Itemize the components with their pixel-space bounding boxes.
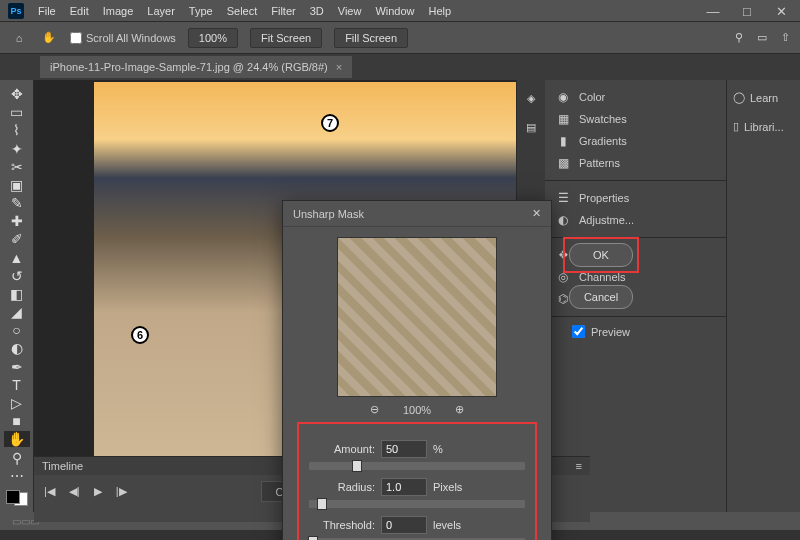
type-tool-icon[interactable]: T xyxy=(4,377,30,393)
filter-preview[interactable] xyxy=(337,237,497,397)
dialog-close-icon[interactable]: ✕ xyxy=(532,207,541,220)
menu-help[interactable]: Help xyxy=(429,5,452,17)
threshold-label: Threshold: xyxy=(309,519,375,531)
home-icon[interactable]: ⌂ xyxy=(10,29,28,47)
radius-label: Radius: xyxy=(309,481,375,493)
panel-color[interactable]: ◉Color xyxy=(545,86,726,108)
radius-slider[interactable] xyxy=(309,500,525,508)
panel-patterns[interactable]: ▩Patterns xyxy=(545,152,726,174)
menu-filter[interactable]: Filter xyxy=(271,5,295,17)
strip-icon[interactable]: ◈ xyxy=(527,92,535,105)
eraser-tool-icon[interactable]: ◧ xyxy=(4,286,30,302)
maximize-icon[interactable]: □ xyxy=(732,3,762,19)
patterns-icon: ▩ xyxy=(555,156,571,170)
brush-tool-icon[interactable]: ✐ xyxy=(4,231,30,247)
shape-tool-icon[interactable]: ■ xyxy=(4,413,30,429)
fill-screen-button[interactable]: Fill Screen xyxy=(334,28,408,48)
panel-gradients[interactable]: ▮Gradients xyxy=(545,130,726,152)
ok-button[interactable]: OK xyxy=(569,243,633,267)
libraries-icon: ▯ xyxy=(733,120,739,133)
swatches-icon: ▦ xyxy=(555,112,571,126)
search-icon[interactable]: ⚲ xyxy=(735,31,743,44)
strip-icon[interactable]: ▤ xyxy=(526,121,536,134)
callout-badge-7: 7 xyxy=(321,114,339,132)
timeline-title: Timeline xyxy=(42,460,83,472)
panel-libraries[interactable]: ▯Librari... xyxy=(731,117,796,136)
close-icon[interactable]: ✕ xyxy=(766,3,796,19)
amount-input[interactable] xyxy=(381,440,427,458)
zoom-level: 100% xyxy=(403,404,431,416)
document-tab-bar: iPhone-11-Pro-Image-Sample-71.jpg @ 24.4… xyxy=(0,54,800,80)
panel-properties[interactable]: ☰Properties xyxy=(545,187,726,209)
fit-screen-button[interactable]: Fit Screen xyxy=(250,28,322,48)
crop-tool-icon[interactable]: ✂ xyxy=(4,159,30,175)
panel-swatches[interactable]: ▦Swatches xyxy=(545,108,726,130)
color-swatches[interactable] xyxy=(6,490,28,506)
menu-3d[interactable]: 3D xyxy=(310,5,324,17)
menu-view[interactable]: View xyxy=(338,5,362,17)
color-icon: ◉ xyxy=(555,90,571,104)
left-toolbar: ✥ ▭ ⌇ ✦ ✂ ▣ ✎ ✚ ✐ ▲ ↺ ◧ ◢ ○ ◐ ✒ T ▷ ■ ✋ … xyxy=(0,80,34,512)
properties-icon: ☰ xyxy=(555,191,571,205)
menu-edit[interactable]: Edit xyxy=(70,5,89,17)
minimize-icon[interactable]: — xyxy=(698,3,728,19)
dodge-tool-icon[interactable]: ◐ xyxy=(4,340,30,356)
ps-app-icon: Ps xyxy=(8,3,24,19)
menu-layer[interactable]: Layer xyxy=(147,5,175,17)
menu-bar: Ps File Edit Image Layer Type Select Fil… xyxy=(0,0,800,22)
document-tab[interactable]: iPhone-11-Pro-Image-Sample-71.jpg @ 24.4… xyxy=(40,56,352,78)
eyedropper-tool-icon[interactable]: ✎ xyxy=(4,195,30,211)
pen-tool-icon[interactable]: ✒ xyxy=(4,359,30,375)
threshold-input[interactable] xyxy=(381,516,427,534)
amount-label: Amount: xyxy=(309,443,375,455)
threshold-unit: levels xyxy=(433,519,461,531)
callout-badge-6: 6 xyxy=(131,326,149,344)
frame-tool-icon[interactable]: ▣ xyxy=(4,177,30,193)
dialog-title: Unsharp Mask xyxy=(293,208,364,220)
unsharp-mask-dialog: Unsharp Mask ✕ ⊖ 100% ⊕ Amount: % Radius… xyxy=(282,200,552,540)
lasso-tool-icon[interactable]: ⌇ xyxy=(4,122,30,138)
amount-slider[interactable] xyxy=(309,462,525,470)
zoom-display[interactable]: 100% xyxy=(188,28,238,48)
path-tool-icon[interactable]: ▷ xyxy=(4,395,30,411)
timeline-menu-icon[interactable]: ≡ xyxy=(576,460,582,472)
zoom-in-icon[interactable]: ⊕ xyxy=(455,403,464,416)
share-icon[interactable]: ⇧ xyxy=(781,31,790,44)
history-brush-icon[interactable]: ↺ xyxy=(4,268,30,284)
move-tool-icon[interactable]: ✥ xyxy=(4,86,30,102)
healing-tool-icon[interactable]: ✚ xyxy=(4,213,30,229)
document-tab-label: iPhone-11-Pro-Image-Sample-71.jpg @ 24.4… xyxy=(50,61,328,73)
marquee-tool-icon[interactable]: ▭ xyxy=(4,104,30,120)
cancel-button[interactable]: Cancel xyxy=(569,285,633,309)
workspace-icon[interactable]: ▭ xyxy=(757,31,767,44)
gradients-icon: ▮ xyxy=(555,134,571,148)
blur-tool-icon[interactable]: ○ xyxy=(4,322,30,338)
preview-checkbox[interactable] xyxy=(572,325,585,338)
options-bar: ⌂ ✋ Scroll All Windows 100% Fit Screen F… xyxy=(0,22,800,54)
tab-close-icon[interactable]: × xyxy=(336,61,342,73)
timeline-prev-icon[interactable]: ◀| xyxy=(69,485,80,498)
radius-unit: Pixels xyxy=(433,481,462,493)
zoom-out-icon[interactable]: ⊖ xyxy=(370,403,379,416)
hand-tool-icon[interactable]: ✋ xyxy=(4,431,30,447)
timeline-play-icon[interactable]: ▶ xyxy=(94,485,102,498)
hand-tool-icon[interactable]: ✋ xyxy=(40,29,58,47)
menu-window[interactable]: Window xyxy=(375,5,414,17)
amount-unit: % xyxy=(433,443,443,455)
stamp-tool-icon[interactable]: ▲ xyxy=(4,250,30,266)
panel-learn[interactable]: ◯Learn xyxy=(731,88,796,107)
adjustments-icon: ◐ xyxy=(555,213,571,227)
radius-input[interactable] xyxy=(381,478,427,496)
menu-type[interactable]: Type xyxy=(189,5,213,17)
edit-toolbar-icon[interactable]: ⋯ xyxy=(4,468,30,484)
zoom-tool-icon[interactable]: ⚲ xyxy=(4,449,30,465)
panel-adjustments[interactable]: ◐Adjustme... xyxy=(545,209,726,231)
gradient-tool-icon[interactable]: ◢ xyxy=(4,304,30,320)
menu-image[interactable]: Image xyxy=(103,5,134,17)
menu-file[interactable]: File xyxy=(38,5,56,17)
timeline-first-icon[interactable]: |◀ xyxy=(44,485,55,498)
wand-tool-icon[interactable]: ✦ xyxy=(4,141,30,157)
timeline-next-icon[interactable]: |▶ xyxy=(116,485,127,498)
menu-select[interactable]: Select xyxy=(227,5,258,17)
scroll-all-checkbox[interactable] xyxy=(70,32,82,44)
